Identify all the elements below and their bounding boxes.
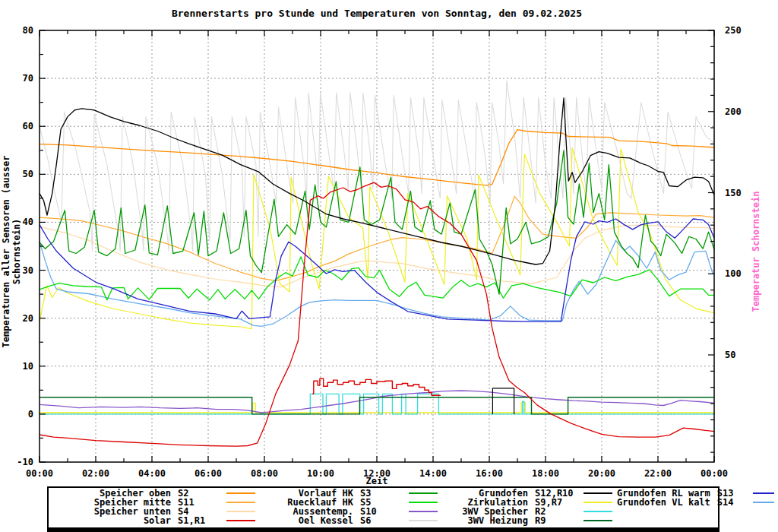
- legend-color-line: [584, 520, 612, 521]
- legend-entry-code: S14: [710, 498, 751, 507]
- y-left-tick-label: 20: [23, 313, 33, 324]
- legend-color-line: [753, 502, 774, 503]
- legend-entry-s14: Grundofen VL kaltS14: [617, 498, 778, 507]
- legend-entry-code: R9: [528, 516, 582, 525]
- y-left-tick-label: 10: [23, 361, 33, 372]
- series-grundofen_r10_relay: [492, 388, 514, 414]
- x-axis-label: Zeit: [40, 476, 714, 486]
- y-right-tick-label: 250: [725, 25, 742, 36]
- legend-entry-name: Oel Kessel: [260, 516, 353, 525]
- legend-entry-code: S1,R1: [171, 516, 225, 525]
- y-left-tick-label: -10: [17, 457, 33, 467]
- y-left-tick-label: 0: [28, 409, 33, 420]
- legend-color-line: [226, 492, 255, 494]
- legend-color-line: [584, 502, 612, 503]
- y-right-tick-label: 150: [725, 188, 742, 198]
- legend-entry-code: S6: [353, 516, 407, 525]
- legend-entry-s1-r1: SolarS1,R1: [49, 516, 260, 525]
- legend-color-line: [409, 492, 438, 494]
- legend-color-line: [409, 502, 438, 503]
- legend-entry-name: Solar: [49, 516, 171, 525]
- series-grundofen_vl_kalt_s14: [40, 240, 714, 326]
- y-right-tick-label: 200: [725, 106, 742, 117]
- y-left-tick-label: 80: [23, 25, 33, 36]
- legend-color-line: [584, 492, 612, 494]
- legend-color-line: [753, 492, 774, 494]
- legend-entry-name: Grundofen VL kalt: [617, 498, 710, 507]
- plot-area: 00:0002:0004:0006:0008:0010:0012:0014:00…: [0, 0, 778, 532]
- legend-color-line: [226, 511, 255, 512]
- legend-entry-name: 3WV Heizung: [442, 516, 528, 525]
- y-left-tick-label: 70: [23, 73, 33, 84]
- legend-box: Speicher obenS2Speicher mitteS11Speicher…: [47, 486, 719, 532]
- legend-entry-r9: 3WV HeizungR9: [442, 516, 617, 525]
- y-left-tick-label: 40: [23, 217, 33, 227]
- chart-screenshot: Brennerstarts pro Stunde und Temperature…: [0, 0, 778, 532]
- y-left-tick-label: 60: [23, 121, 33, 131]
- legend-color-line: [409, 511, 438, 512]
- y-left-tick-label: 50: [23, 169, 33, 179]
- y-left-tick-label: 30: [23, 265, 33, 276]
- legend-color-line: [226, 520, 255, 521]
- legend-color-line: [409, 520, 438, 521]
- legend-color-line: [226, 502, 255, 503]
- legend-color-line: [584, 511, 612, 512]
- y-axis-right-label: Temperatur Schornstein: [751, 126, 761, 377]
- y-right-tick-label: 50: [725, 350, 735, 360]
- y-axis-left-label: Temperaturen aller Sensoren (ausser Scho…: [1, 126, 22, 377]
- y-right-tick-label: 100: [725, 268, 742, 279]
- legend-entry-s6: Oel KesselS6: [260, 516, 442, 525]
